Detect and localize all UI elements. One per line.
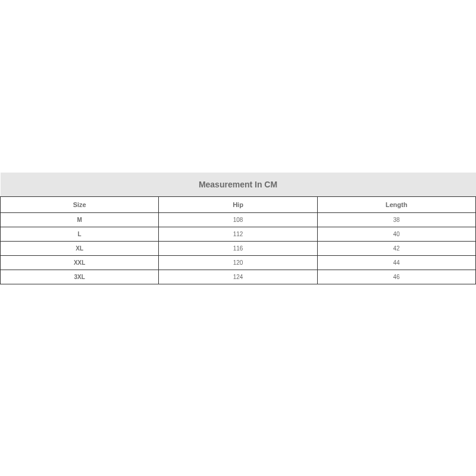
col-header-hip: Hip — [159, 197, 317, 213]
cell-size: L — [1, 227, 159, 242]
table-row: 3XL 124 46 — [1, 270, 476, 284]
cell-hip: 124 — [159, 270, 317, 284]
cell-size: XL — [1, 242, 159, 256]
cell-hip: 108 — [159, 213, 317, 227]
cell-hip: 120 — [159, 256, 317, 270]
table-row: M 108 38 — [1, 213, 476, 227]
cell-size: M — [1, 213, 159, 227]
col-header-length: Length — [317, 197, 475, 213]
table-row: XL 116 42 — [1, 242, 476, 256]
cell-length: 42 — [317, 242, 475, 256]
table-title: Measurement In CM — [1, 173, 476, 197]
cell-size: XXL — [1, 256, 159, 270]
col-header-size: Size — [1, 197, 159, 213]
cell-hip: 116 — [159, 242, 317, 256]
cell-size: 3XL — [1, 270, 159, 284]
table-row: L 112 40 — [1, 227, 476, 242]
measurement-table: Measurement In CM Size Hip Length M 108 … — [0, 173, 476, 284]
cell-length: 40 — [317, 227, 475, 242]
cell-length: 38 — [317, 213, 475, 227]
cell-length: 44 — [317, 256, 475, 270]
cell-hip: 112 — [159, 227, 317, 242]
table-row: XXL 120 44 — [1, 256, 476, 270]
cell-length: 46 — [317, 270, 475, 284]
